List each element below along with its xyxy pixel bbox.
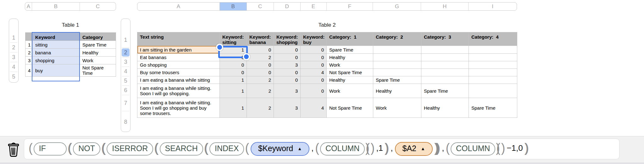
t2-header-I[interactable]: Category: 4 bbox=[469, 32, 517, 46]
function-token-iserror[interactable]: ISERROR bbox=[107, 142, 153, 156]
t2-cell-I3[interactable] bbox=[469, 54, 517, 61]
t2-cell-A3[interactable]: Eat bananas bbox=[137, 54, 220, 61]
t2-header-A[interactable]: Text string bbox=[137, 32, 220, 46]
t2-cell-E2[interactable]: 0 bbox=[301, 46, 327, 54]
t2-cell-H2[interactable] bbox=[421, 46, 469, 54]
function-token-index[interactable]: INDEX bbox=[209, 142, 244, 156]
t2-cell-A6[interactable]: I am eating a banana while sitting bbox=[137, 76, 220, 84]
row-header-2[interactable]: 2 bbox=[9, 43, 18, 52]
t2-cell-F4[interactable]: Work bbox=[327, 61, 373, 69]
t2-cell-H7[interactable]: Spare Time bbox=[421, 84, 469, 98]
t1-cell-C4[interactable]: Work bbox=[80, 57, 116, 64]
t2-header-D[interactable]: Keyword: shopping bbox=[274, 32, 301, 46]
row-header-4[interactable]: 4 bbox=[121, 67, 130, 75]
t1-cell-A5[interactable]: 4 bbox=[25, 64, 33, 77]
t2-cell-G5[interactable] bbox=[373, 69, 421, 76]
t2-cell-H5[interactable] bbox=[421, 69, 469, 76]
t2-cell-D3[interactable]: 0 bbox=[274, 54, 301, 61]
t2-cell-C7[interactable]: 2 bbox=[247, 84, 274, 98]
column-header-A[interactable]: A bbox=[25, 3, 32, 10]
row-header-5[interactable]: 5 bbox=[121, 77, 130, 85]
t2-cell-A8[interactable]: I am eating a banana while sitting. Soon… bbox=[137, 98, 220, 118]
t2-cell-A5[interactable]: Buy some trousers bbox=[137, 69, 220, 76]
function-token-not[interactable]: NOT bbox=[73, 142, 100, 156]
t1-cell-B5[interactable]: buy bbox=[33, 64, 80, 77]
column-header-C[interactable]: C bbox=[80, 3, 116, 10]
row-header-1[interactable]: 1 bbox=[9, 34, 18, 42]
column-header-H[interactable]: H bbox=[421, 3, 469, 10]
row-header-5[interactable]: 5 bbox=[9, 73, 18, 81]
t2-cell-C4[interactable]: 0 bbox=[247, 61, 274, 69]
column-header-G[interactable]: G bbox=[373, 3, 421, 10]
row-header-7[interactable]: 7 bbox=[121, 99, 130, 107]
formula-input[interactable]: (IF((NOT((ISERROR((SEARCH((INDEX($Keywor… bbox=[24, 139, 619, 159]
selection-handle-top-left[interactable] bbox=[216, 44, 223, 51]
t2-cell-F2[interactable]: Spare Time bbox=[327, 46, 373, 54]
t2-cell-D2[interactable]: 0 bbox=[274, 46, 301, 54]
t2-cell-G7[interactable]: Healthy bbox=[373, 84, 421, 98]
t2-cell-E8[interactable]: 4 bbox=[301, 98, 327, 118]
t2-header-E[interactable]: Keyword: buy bbox=[301, 32, 327, 46]
t2-cell-F7[interactable]: Work bbox=[327, 84, 373, 98]
t2-cell-G3[interactable] bbox=[373, 54, 421, 61]
row-header-3[interactable]: 3 bbox=[9, 53, 18, 61]
t2-cell-B7[interactable]: 1 bbox=[220, 84, 247, 98]
delete-formula-button[interactable] bbox=[7, 142, 20, 157]
t2-cell-H4[interactable] bbox=[421, 61, 469, 69]
t2-cell-E7[interactable]: 0 bbox=[301, 84, 327, 98]
t2-cell-G2[interactable] bbox=[373, 46, 421, 54]
row-header-3[interactable]: 3 bbox=[121, 58, 130, 66]
t1-header-category[interactable]: Category bbox=[80, 33, 116, 41]
t2-cell-I8[interactable]: Spare Time bbox=[469, 98, 517, 118]
t2-header-G[interactable]: Category: 2 bbox=[373, 32, 421, 46]
t2-cell-B8[interactable]: 1 bbox=[220, 98, 247, 118]
t2-cell-E4[interactable]: 0 bbox=[301, 61, 327, 69]
t2-cell-C8[interactable]: 2 bbox=[247, 98, 274, 118]
column-header-E[interactable]: E bbox=[301, 3, 327, 10]
t2-cell-F3[interactable]: Healthy bbox=[327, 54, 373, 61]
t2-cell-C2[interactable]: 0 bbox=[247, 46, 274, 54]
t1-cell-C3[interactable]: Healthy bbox=[80, 49, 116, 57]
column-header-B[interactable]: B bbox=[32, 3, 80, 10]
t2-cell-G4[interactable] bbox=[373, 61, 421, 69]
t2-cell-F6[interactable]: Healthy bbox=[327, 76, 373, 84]
reference-token-keyword[interactable]: $Keyword▲ bbox=[251, 142, 309, 156]
t2-header-F[interactable]: Category: 1 bbox=[327, 32, 373, 46]
function-token-column[interactable]: COLUMN bbox=[320, 142, 365, 156]
t2-cell-B4[interactable]: 0 bbox=[220, 61, 247, 69]
t2-header-B[interactable]: Keyword: sitting bbox=[220, 32, 247, 46]
t2-cell-A2[interactable]: I am sitting in the garden bbox=[137, 46, 220, 54]
t1-cell-B4[interactable]: shopping bbox=[33, 57, 80, 64]
column-header-D[interactable]: D bbox=[274, 3, 301, 10]
selection-handle-bottom-right[interactable] bbox=[243, 53, 250, 60]
t2-cell-B5[interactable]: 0 bbox=[220, 69, 247, 76]
t2-cell-D8[interactable]: 3 bbox=[274, 98, 301, 118]
column-header-A[interactable]: A bbox=[137, 3, 220, 10]
t2-cell-I2[interactable] bbox=[469, 46, 517, 54]
row-header-2[interactable]: 2 bbox=[122, 48, 130, 57]
t2-cell-C6[interactable]: 2 bbox=[247, 76, 274, 84]
function-token-column[interactable]: COLUMN bbox=[451, 142, 495, 156]
t2-cell-E5[interactable]: 4 bbox=[301, 69, 327, 76]
t2-cell-G6[interactable]: Spare Time bbox=[373, 76, 421, 84]
t1-cell-C2[interactable]: Spare Time bbox=[80, 41, 116, 49]
t2-cell-D4[interactable]: 3 bbox=[274, 61, 301, 69]
t2-cell-C3[interactable]: 2 bbox=[247, 54, 274, 61]
column-header-F[interactable]: F bbox=[327, 3, 373, 10]
t2-cell-G8[interactable]: Work bbox=[373, 98, 421, 118]
t1-cell-A2[interactable]: 1 bbox=[25, 41, 33, 49]
t2-header-H[interactable]: Category: 3 bbox=[421, 32, 469, 46]
t1-cell-A4[interactable]: 3 bbox=[25, 57, 33, 64]
function-token-search[interactable]: SEARCH bbox=[160, 142, 203, 156]
t1-header-keyword[interactable]: Keyword bbox=[33, 33, 80, 41]
t2-cell-B6[interactable]: 1 bbox=[220, 76, 247, 84]
t2-cell-I7[interactable] bbox=[469, 84, 517, 98]
row-header-1[interactable]: 1 bbox=[121, 36, 130, 44]
t1-cell-B3[interactable]: banana bbox=[33, 49, 80, 57]
t2-cell-D6[interactable]: 0 bbox=[274, 76, 301, 84]
t2-cell-H8[interactable]: Healthy bbox=[421, 98, 469, 118]
row-header-4[interactable]: 4 bbox=[9, 63, 18, 71]
t2-cell-H6[interactable] bbox=[421, 76, 469, 84]
t2-cell-E3[interactable]: 0 bbox=[301, 54, 327, 61]
t1-header-blank[interactable] bbox=[25, 33, 33, 41]
